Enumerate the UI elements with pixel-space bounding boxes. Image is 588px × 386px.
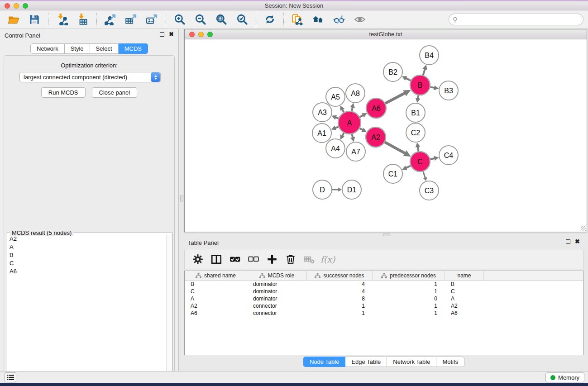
network-minimize-icon[interactable]	[198, 32, 204, 37]
export-image-icon[interactable]	[145, 13, 159, 26]
gear-icon[interactable]	[191, 253, 205, 266]
tab-style[interactable]: Style	[65, 43, 90, 54]
maximize-window-icon[interactable]	[23, 3, 28, 9]
zoom-in-icon[interactable]	[172, 13, 187, 26]
window-title: Session: New Session	[0, 2, 588, 9]
tree-icon	[259, 273, 265, 278]
minimize-window-icon[interactable]	[14, 3, 19, 9]
import-table-icon[interactable]	[76, 13, 90, 26]
edge-B-B1[interactable]	[418, 95, 418, 99]
table-row[interactable]: Bdominator41B	[185, 281, 583, 288]
mcds-result-item[interactable]: C	[7, 259, 166, 267]
edge-A-A6[interactable]	[359, 115, 363, 117]
tab-mcds[interactable]: MCDS	[119, 43, 148, 54]
table-row[interactable]: A6connector11A6	[185, 310, 583, 317]
mcds-result-item[interactable]: A	[7, 243, 166, 251]
edge-A-A2[interactable]	[359, 128, 363, 130]
save-session-icon[interactable]	[27, 13, 42, 26]
network-graph: B4B2BB3A5A8A6A3AB1A1A2C2A4A7C4CC1C3DD1	[185, 39, 587, 232]
mcds-result-item[interactable]: B	[7, 251, 166, 259]
network-window-titlebar[interactable]: testGlobe.txt	[185, 29, 587, 39]
search-box[interactable]: ⚲	[449, 14, 583, 25]
search-input[interactable]	[459, 15, 583, 24]
tab-select[interactable]: Select	[90, 43, 119, 54]
delete-column-icon[interactable]	[284, 253, 297, 266]
close-panel-button[interactable]: Close panel	[92, 87, 138, 98]
first-neighbors-icon[interactable]	[311, 13, 325, 26]
mcds-result-item[interactable]: A2	[7, 234, 166, 243]
add-column-icon[interactable]	[265, 253, 279, 266]
edge-B-B3[interactable]	[430, 87, 435, 88]
network-close-icon[interactable]	[189, 32, 195, 37]
zoom-fit-icon[interactable]	[214, 13, 229, 26]
export-network-icon[interactable]	[103, 13, 118, 26]
network-maximize-icon[interactable]	[207, 32, 213, 37]
select-all-icon[interactable]	[228, 253, 242, 266]
edge-A-A4[interactable]	[342, 133, 344, 136]
vertical-split-handle[interactable]	[180, 195, 183, 202]
close-panel-icon[interactable]: ✖	[169, 32, 174, 37]
refresh-layout-icon[interactable]	[263, 13, 277, 26]
clone-network-icon[interactable]	[290, 13, 305, 26]
close-table-panel-icon[interactable]: ✖	[575, 239, 580, 244]
column-header-name[interactable]: name	[445, 271, 484, 280]
show-hide-panel-icon[interactable]	[353, 13, 367, 26]
criterion-dropdown[interactable]: largest connected component (directed)	[19, 72, 161, 82]
control-panel-title: Control Panel	[5, 32, 40, 39]
tab-edge-table[interactable]: Edge Table	[345, 357, 387, 367]
edge-A-A8[interactable]	[352, 107, 353, 112]
edge-A-A1[interactable]	[335, 127, 339, 128]
node-label-D1: D1	[347, 186, 357, 194]
edge-C-C3[interactable]	[423, 171, 425, 178]
table-cell: A6	[185, 310, 247, 316]
tab-network[interactable]: Network	[30, 43, 65, 54]
table-row[interactable]: Adominator80A	[185, 295, 583, 302]
edge-C-C4[interactable]	[430, 158, 435, 159]
column-header-successor-nodes[interactable]: successor nodes	[307, 271, 373, 280]
edge-A2-C[interactable]	[384, 142, 405, 153]
node-label-A2: A2	[371, 133, 380, 141]
resize-grip-icon[interactable]	[581, 226, 586, 231]
deselect-all-icon[interactable]	[247, 253, 260, 266]
tab-motifs[interactable]: Motifs	[436, 357, 464, 367]
toolbar-group	[96, 13, 166, 26]
table-row[interactable]: A2connector11A2	[185, 302, 583, 310]
zoom-selected-icon[interactable]	[235, 13, 249, 26]
edge-C-C1[interactable]	[406, 166, 411, 168]
edge-C-C2[interactable]	[418, 147, 419, 152]
network-canvas[interactable]: B4B2BB3A5A8A6A3AB1A1A2C2A4A7C4CC1C3DD1	[185, 39, 587, 232]
column-label: MCDS role	[268, 272, 295, 279]
task-history-button[interactable]	[5, 372, 16, 382]
export-table-icon[interactable]	[124, 13, 139, 26]
split-column-icon[interactable]	[210, 253, 223, 266]
run-mcds-button[interactable]: Run MCDS	[41, 87, 86, 98]
mcds-result-item[interactable]: A6	[7, 267, 166, 275]
zoom-out-icon[interactable]	[193, 13, 208, 26]
node-label-A5: A5	[331, 93, 340, 101]
window-titlebar: Session: New Session	[0, 1, 588, 10]
node-table: shared nameMCDS rolesuccessor nodesprede…	[184, 271, 583, 355]
float-table-panel-icon[interactable]	[566, 239, 570, 244]
close-window-icon[interactable]	[5, 3, 10, 9]
float-panel-icon[interactable]	[160, 32, 164, 37]
tab-node-table[interactable]: Node Table	[303, 357, 346, 367]
hide-selected-icon[interactable]	[332, 13, 346, 26]
column-header-MCDS-role[interactable]: MCDS role	[247, 271, 307, 280]
edge-B-B2[interactable]	[406, 78, 411, 81]
result-scrollbar[interactable]	[166, 234, 172, 386]
tab-network-table[interactable]: Network Table	[387, 357, 436, 367]
edge-A-A7[interactable]	[352, 133, 353, 138]
edge-A6-B[interactable]	[385, 93, 405, 103]
open-session-icon[interactable]	[6, 13, 21, 26]
edge-B-B4[interactable]	[423, 69, 425, 76]
import-network-icon[interactable]	[55, 13, 69, 26]
horizontal-split-handle[interactable]	[383, 233, 390, 236]
arrowhead-icon	[434, 156, 439, 161]
table-toolbar: f(x)	[184, 249, 583, 269]
column-header-shared-name[interactable]: shared name	[185, 271, 247, 280]
memory-button[interactable]: Memory	[545, 372, 584, 382]
table-row[interactable]: Cdominator41C	[185, 288, 583, 295]
control-panel-header: Control Panel ✖	[0, 29, 178, 42]
edge-A-A5[interactable]	[342, 110, 344, 113]
column-header-predecessor-nodes[interactable]: predecessor nodes	[373, 271, 445, 280]
